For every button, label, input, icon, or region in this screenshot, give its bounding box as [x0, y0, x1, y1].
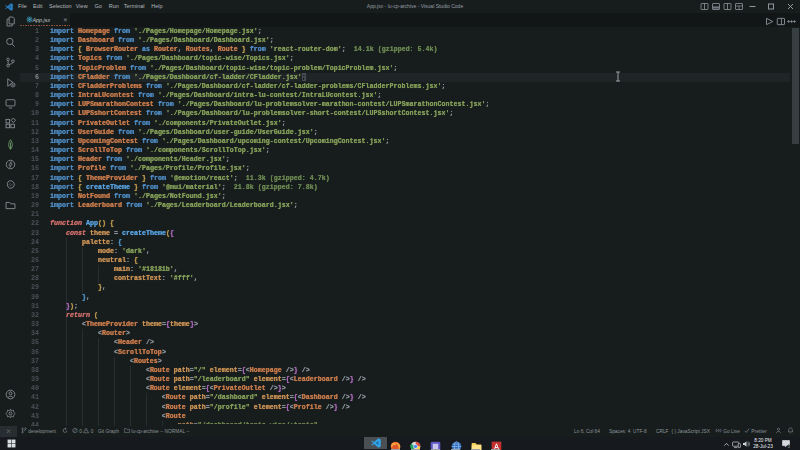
svg-text:2: 2 [788, 445, 790, 449]
